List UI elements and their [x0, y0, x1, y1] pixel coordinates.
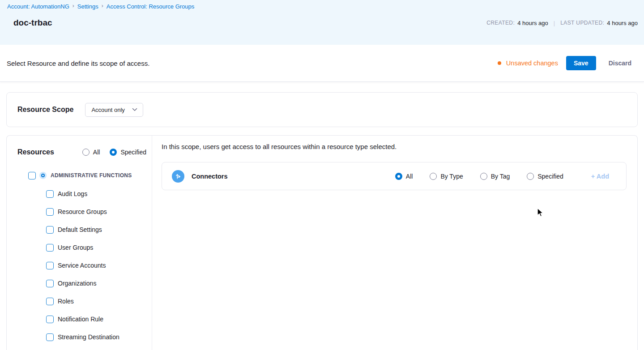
radio-icon[interactable] — [527, 173, 534, 180]
radio-icon[interactable] — [82, 149, 90, 156]
radio-icon[interactable] — [395, 173, 402, 180]
account-scope-icon — [39, 172, 47, 179]
group-checkbox[interactable] — [28, 172, 36, 179]
breadcrumb: Account: AutomationNG › Settings › Acces… — [7, 2, 638, 10]
unsaved-dot-icon — [498, 61, 501, 65]
item-label: Notification Rule — [58, 316, 103, 323]
connectors-icon — [172, 170, 184, 183]
header-meta: CREATED: 4 hours ago | LAST UPDATED: 4 h… — [486, 20, 638, 26]
item-checkbox[interactable] — [46, 333, 54, 341]
breadcrumb-link-access-control[interactable]: Access Control: Resource Groups — [107, 3, 195, 10]
item-checkbox[interactable] — [46, 226, 54, 234]
created-label: CREATED: — [486, 20, 515, 26]
resource-item-roles[interactable]: Roles — [46, 292, 146, 310]
radio-option-by-type[interactable]: By Type — [430, 173, 463, 180]
discard-button[interactable]: Discard — [602, 56, 638, 70]
connectors-access-radio-group: All By Type By Tag Specified — [395, 173, 563, 180]
item-label: Streaming Destination — [58, 333, 119, 341]
radio-label: Specified — [120, 149, 146, 156]
resource-item-service-accounts[interactable]: Service Accounts — [46, 256, 146, 274]
resources-mode-radio-group: All Specified — [82, 149, 146, 156]
resources-body-card: Resources All Specified ADMINIST — [6, 135, 638, 350]
item-checkbox[interactable] — [46, 298, 54, 305]
item-checkbox[interactable] — [46, 280, 54, 287]
radio-option-specified[interactable]: Specified — [110, 149, 146, 156]
resource-item-default-settings[interactable]: Default Settings — [46, 221, 146, 239]
connectors-resource-row: Connectors All By Type By Tag — [162, 162, 627, 190]
resources-tree: ADMINISTRATIVE FUNCTIONS Audit Logs Reso… — [17, 171, 146, 346]
radio-label: All — [406, 173, 413, 180]
item-label: User Groups — [58, 244, 93, 251]
resource-scope-label: Resource Scope — [17, 106, 73, 114]
page-header: Account: AutomationNG › Settings › Acces… — [0, 0, 644, 45]
radio-icon[interactable] — [480, 173, 487, 180]
item-label: Audit Logs — [58, 190, 87, 197]
breadcrumb-separator-icon: › — [73, 3, 74, 9]
breadcrumb-separator-icon: › — [102, 3, 103, 9]
resource-item-resource-groups[interactable]: Resource Groups — [46, 203, 146, 221]
item-label: Service Accounts — [58, 262, 106, 269]
group-label: ADMINISTRATIVE FUNCTIONS — [51, 172, 132, 179]
unsaved-changes-indicator: Unsaved changes — [498, 60, 558, 67]
resource-item-organizations[interactable]: Organizations — [46, 274, 146, 292]
add-link[interactable]: + Add — [591, 173, 609, 180]
content-area: Resource Scope Account only Resources Al… — [0, 92, 644, 350]
meta-divider: | — [554, 20, 555, 26]
radio-option-all[interactable]: All — [395, 173, 413, 180]
item-checkbox[interactable] — [46, 244, 54, 252]
last-updated-label: LAST UPDATED: — [560, 20, 604, 26]
resource-item-notification-rule[interactable]: Notification Rule — [46, 310, 146, 328]
breadcrumb-link-account[interactable]: Account: AutomationNG — [7, 3, 69, 10]
radio-label: Specified — [537, 173, 563, 180]
connectors-row-label: Connectors — [192, 173, 228, 180]
item-label: Resource Groups — [58, 208, 107, 215]
item-label: Roles — [58, 298, 74, 305]
last-updated-value: 4 hours ago — [607, 20, 638, 26]
item-checkbox[interactable] — [46, 208, 54, 216]
scope-detail-panel: In this scope, users get access to all r… — [152, 136, 637, 350]
resources-title: Resources — [17, 148, 54, 156]
resource-item-user-groups[interactable]: User Groups — [46, 239, 146, 256]
item-checkbox[interactable] — [46, 262, 54, 269]
radio-icon[interactable] — [430, 173, 437, 180]
page-title: doc-trbac — [13, 18, 52, 28]
group-administrative-functions[interactable]: ADMINISTRATIVE FUNCTIONS — [28, 171, 146, 179]
resource-scope-dropdown[interactable]: Account only — [85, 103, 143, 117]
resource-scope-dropdown-value: Account only — [91, 107, 124, 113]
resource-item-audit-logs[interactable]: Audit Logs — [46, 185, 146, 203]
created-value: 4 hours ago — [517, 20, 548, 26]
breadcrumb-link-settings[interactable]: Settings — [77, 3, 98, 10]
radio-option-by-tag[interactable]: By Tag — [480, 173, 510, 180]
save-bar: Select Resource and define its scope of … — [0, 45, 644, 82]
save-bar-description: Select Resource and define its scope of … — [7, 60, 149, 67]
item-checkbox[interactable] — [46, 190, 54, 198]
scope-instruction-text: In this scope, users get access to all r… — [162, 143, 627, 150]
item-label: Organizations — [58, 280, 96, 287]
chevron-down-icon — [132, 108, 137, 111]
resource-scope-card: Resource Scope Account only — [6, 92, 638, 127]
radio-label: By Type — [440, 173, 463, 180]
save-button[interactable]: Save — [566, 56, 596, 70]
radio-label: All — [93, 149, 100, 156]
radio-label: By Tag — [491, 173, 510, 180]
item-label: Default Settings — [58, 226, 102, 233]
radio-option-specified[interactable]: Specified — [527, 173, 563, 180]
resources-item-list: Audit Logs Resource Groups Default Setti… — [17, 185, 146, 346]
radio-option-all[interactable]: All — [82, 149, 100, 156]
unsaved-changes-label: Unsaved changes — [506, 60, 558, 67]
resources-panel: Resources All Specified ADMINIST — [7, 136, 152, 350]
item-checkbox[interactable] — [46, 316, 54, 323]
resource-item-streaming-destination[interactable]: Streaming Destination — [46, 328, 146, 346]
radio-icon[interactable] — [110, 149, 117, 156]
